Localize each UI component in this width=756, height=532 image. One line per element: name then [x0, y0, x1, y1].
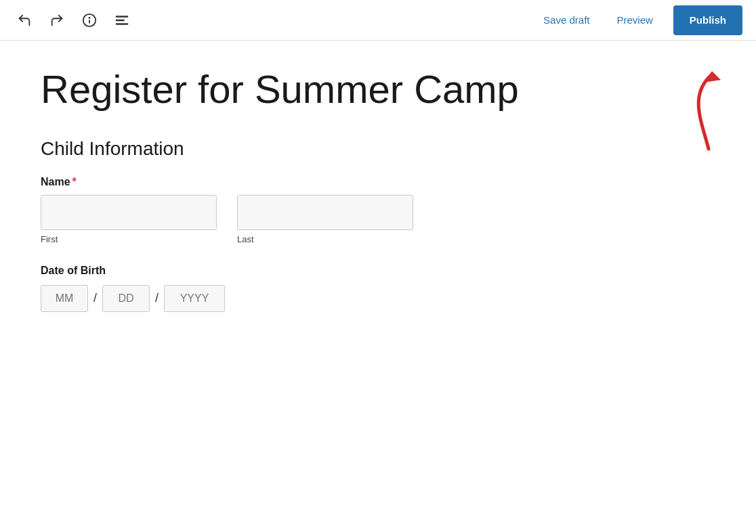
- toolbar-left: [14, 9, 133, 31]
- undo-button[interactable]: [14, 9, 35, 31]
- last-name-label: Last: [237, 234, 413, 244]
- required-indicator: *: [72, 176, 77, 187]
- page-title: Register for Summer Camp: [41, 68, 715, 111]
- name-inputs-row: First Last: [41, 195, 715, 244]
- first-name-group: First: [41, 195, 217, 244]
- redo-button[interactable]: [46, 9, 68, 31]
- last-name-group: Last: [237, 195, 413, 244]
- name-field-group: Name* First Last: [41, 176, 715, 244]
- first-name-input[interactable]: [41, 195, 217, 230]
- last-name-input[interactable]: [237, 195, 413, 230]
- section-child-info-title: Child Information: [41, 138, 715, 160]
- menu-button[interactable]: [111, 9, 133, 31]
- first-name-label: First: [41, 234, 217, 244]
- dob-separator-2: /: [155, 291, 159, 305]
- dob-year-input[interactable]: [164, 285, 225, 312]
- info-button[interactable]: [79, 9, 100, 31]
- main-content: Register for Summer Camp Child Informati…: [0, 41, 756, 339]
- publish-button[interactable]: Publish: [673, 5, 742, 35]
- dob-label: Date of Birth: [41, 265, 715, 277]
- arrow-annotation: [648, 68, 729, 156]
- dob-inputs-row: / /: [41, 285, 715, 312]
- dob-day-input[interactable]: [102, 285, 150, 312]
- toolbar: Save draft Preview Publish: [0, 0, 756, 41]
- toolbar-right: Save draft Preview Publish: [537, 5, 742, 35]
- name-label: Name*: [41, 176, 715, 188]
- dob-month-input[interactable]: [41, 285, 88, 312]
- save-draft-button[interactable]: Save draft: [537, 10, 596, 30]
- dob-separator-1: /: [93, 291, 97, 305]
- svg-marker-6: [703, 71, 721, 83]
- preview-button[interactable]: Preview: [610, 10, 659, 30]
- dob-field-group: Date of Birth / /: [41, 265, 715, 312]
